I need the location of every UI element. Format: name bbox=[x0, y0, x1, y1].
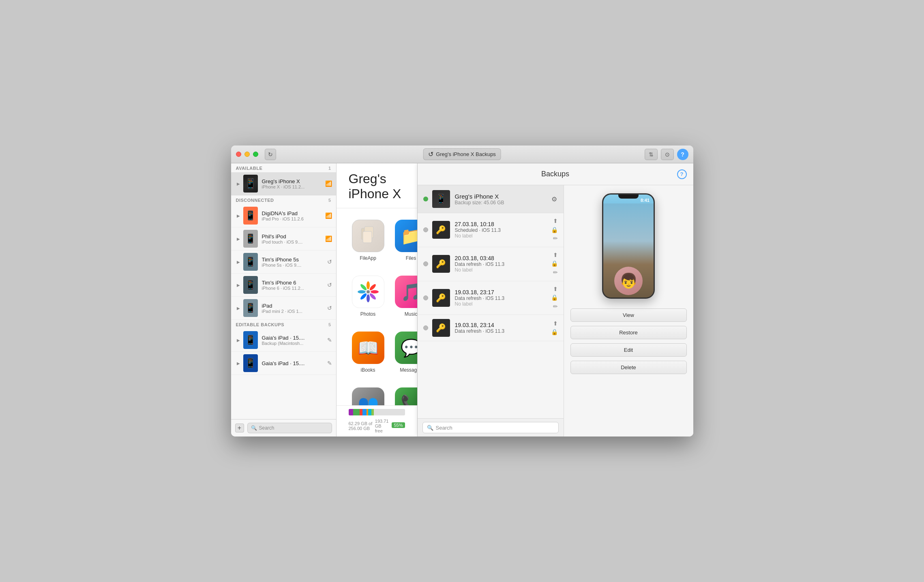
backup-entry-time-1: 27.03.18, 10:18 bbox=[455, 221, 548, 227]
history-icon: ↺ bbox=[327, 305, 332, 311]
refresh-button[interactable]: ↻ bbox=[265, 149, 276, 160]
device-name: DigiDNA's iPad bbox=[262, 210, 323, 216]
titlebar-center: ↺ Greg's iPhone X Backups bbox=[423, 148, 501, 160]
storage-used-label: 62.29 GB of 256.00 GB bbox=[349, 421, 375, 431]
device-backups-button[interactable]: ↺ Greg's iPhone X Backups bbox=[423, 148, 501, 160]
sidebar-item-phils-ipod[interactable]: ▶ 📱 Phil's iPod iPod touch · iOS 9.... 📶 bbox=[231, 227, 336, 250]
app-photos[interactable]: Photos bbox=[349, 272, 388, 320]
main-window: ↻ ↺ Greg's iPhone X Backups ⇅ ⊙ ? bbox=[231, 146, 693, 436]
backup-entry-label-3: No label bbox=[455, 301, 548, 307]
app-files[interactable]: 📁 Files bbox=[392, 216, 417, 264]
settings-icon[interactable]: ⚙ bbox=[551, 195, 558, 204]
edit-button[interactable]: Edit bbox=[570, 343, 687, 357]
backups-right-panel: 8:41 👦 View Restore Edit Delete bbox=[564, 185, 693, 436]
storage-bar-container: 62.29 GB of 256.00 GB 193.71 GB free 55% bbox=[337, 405, 417, 436]
delete-button[interactable]: Delete bbox=[570, 361, 687, 374]
device-info: Tim's iPhone 5s iPhone 5s · iOS 9.... bbox=[262, 257, 325, 267]
transfer-button[interactable]: ⇅ bbox=[645, 149, 658, 160]
device-sub: iPad Pro · iOS 11.2.6 bbox=[262, 216, 323, 221]
share-icon[interactable]: ⬆ bbox=[553, 285, 558, 293]
svg-point-11 bbox=[359, 283, 367, 291]
device-thumbnail-gregs-iphone bbox=[243, 175, 258, 193]
help-icon: ? bbox=[680, 171, 684, 177]
titlebar-actions: ⇅ ⊙ ? bbox=[645, 149, 688, 160]
backups-search-input[interactable]: 🔍 Search bbox=[422, 422, 559, 433]
device-sub: Backup (Macintosh... bbox=[262, 341, 325, 346]
add-device-button[interactable]: + bbox=[235, 424, 244, 432]
minimize-button[interactable] bbox=[244, 152, 250, 157]
app-phone[interactable]: 📞 Phone bbox=[392, 384, 417, 405]
help-button[interactable]: ? bbox=[677, 149, 688, 160]
sidebar-search[interactable]: 🔍 Search bbox=[247, 423, 332, 433]
close-button[interactable] bbox=[236, 152, 241, 157]
sidebar-item-ipad[interactable]: ▶ 📱 iPad iPad mini 2 · iOS 1... ↺ bbox=[231, 297, 336, 320]
edit-icon: ✎ bbox=[327, 360, 332, 366]
backup-entry-thumb-4 bbox=[432, 319, 450, 337]
sidebar-item-gregs-iphone[interactable]: ▶ Greg's iPhone X iPhone X · iOS 11.2...… bbox=[231, 172, 336, 195]
app-fileapp[interactable]: FileApp bbox=[349, 216, 388, 264]
lock-icon[interactable]: 🔒 bbox=[551, 260, 558, 268]
backup-entry-icons-3: ⬆ 🔒 ✏ bbox=[551, 285, 558, 311]
phone-screen: 8:41 👦 bbox=[603, 195, 654, 297]
backup-entry-info-1: 27.03.18, 10:18 Scheduled · iOS 11.3 No … bbox=[455, 221, 548, 239]
phone-notch bbox=[618, 195, 639, 199]
device-sub: iPad mini 2 · iOS 1... bbox=[262, 309, 325, 314]
app-label-photos: Photos bbox=[360, 311, 375, 317]
restore-button[interactable]: Restore bbox=[570, 326, 687, 339]
backups-panel: Backups ? 📱 Greg's bbox=[418, 163, 693, 436]
sidebar-item-gaias-ipad-1[interactable]: ▶ 📱 Gaia's iPad · 15.... Backup (Macinto… bbox=[231, 329, 336, 352]
device-name: Greg's iPhone X bbox=[262, 178, 323, 184]
edit-icon[interactable]: ✏ bbox=[553, 235, 558, 243]
device-thumbnail: 📱 bbox=[243, 253, 258, 271]
backup-entry-4[interactable]: 19.03.18, 23:14 Data refresh · iOS 11.3 … bbox=[418, 315, 564, 341]
backup-current-actions: ⚙ bbox=[551, 195, 558, 204]
sidebar-scroll: AVAILABLE 1 ▶ Greg's iPhone X iPhone X ·… bbox=[231, 163, 336, 419]
wifi-button[interactable]: ⊙ bbox=[661, 149, 674, 160]
sidebar-item-gaias-ipad-2[interactable]: ▶ 📱 Gaia's iPad · 15.... ✎ bbox=[231, 352, 336, 375]
device-name: iPad bbox=[262, 303, 325, 309]
backup-current-name: Greg's iPhone X bbox=[455, 193, 551, 200]
sidebar-item-tims-iphone6[interactable]: ▶ 📱 Tim's iPhone 6 iPhone 6 · iOS 11.2..… bbox=[231, 274, 336, 297]
backup-entry-3[interactable]: 19.03.18, 23:17 Data refresh · iOS 11.3 … bbox=[418, 281, 564, 315]
wifi-status-icon: 📶 bbox=[325, 180, 332, 187]
app-label-music: Music bbox=[405, 311, 417, 317]
app-ibooks[interactable]: 📖 iBooks bbox=[349, 328, 388, 376]
sidebar-item-tims-iphone5s[interactable]: ▶ 📱 Tim's iPhone 5s iPhone 5s · iOS 9...… bbox=[231, 250, 336, 274]
storage-free-label: 193.71 GB free bbox=[375, 419, 389, 433]
share-icon[interactable]: ⬆ bbox=[553, 251, 558, 259]
app-label-files: Files bbox=[406, 255, 416, 261]
share-icon[interactable]: ⬆ bbox=[553, 217, 558, 225]
backup-entry-2[interactable]: 20.03.18, 03:48 Data refresh · iOS 11.3 … bbox=[418, 247, 564, 281]
center-panel: Greg's iPhone X FileApp 📁 bbox=[337, 163, 418, 436]
device-thumbnail: 📱 bbox=[243, 354, 258, 372]
disconnected-section-header: DISCONNECTED 5 bbox=[231, 195, 336, 204]
share-icon[interactable]: ⬆ bbox=[553, 320, 558, 328]
maximize-button[interactable] bbox=[253, 152, 258, 157]
lock-icon[interactable]: 🔒 bbox=[551, 328, 558, 336]
view-button[interactable]: View bbox=[570, 308, 687, 322]
expand-icon: ▶ bbox=[235, 305, 242, 311]
backup-current-item[interactable]: 📱 Greg's iPhone X Backup size: 45.06 GB … bbox=[418, 185, 564, 213]
backup-current-info: Greg's iPhone X Backup size: 45.06 GB bbox=[455, 193, 551, 205]
svg-point-10 bbox=[358, 290, 366, 293]
wifi-status-icon: 📶 bbox=[325, 235, 332, 242]
backup-entry-1[interactable]: 27.03.18, 10:18 Scheduled · iOS 11.3 No … bbox=[418, 213, 564, 247]
app-contacts[interactable]: 👥 Contacts bbox=[349, 384, 388, 405]
backup-entry-time-2: 20.03.18, 03:48 bbox=[455, 255, 548, 261]
backups-help-button[interactable]: ? bbox=[677, 169, 687, 179]
app-music[interactable]: 🎵 Music bbox=[392, 272, 417, 320]
app-messages[interactable]: 💬 Messages bbox=[392, 328, 417, 376]
lock-icon[interactable]: 🔒 bbox=[551, 226, 558, 234]
lock-icon[interactable]: 🔒 bbox=[551, 294, 558, 302]
app-icon-contacts: 👥 bbox=[352, 387, 384, 405]
edit-icon[interactable]: ✏ bbox=[553, 269, 558, 277]
svg-point-4 bbox=[367, 281, 370, 289]
svg-point-7 bbox=[369, 292, 377, 300]
edit-icon[interactable]: ✏ bbox=[553, 303, 558, 311]
svg-point-5 bbox=[369, 283, 377, 291]
sidebar-item-digidna-ipad[interactable]: ▶ 📱 DigiDNA's iPad iPad Pro · iOS 11.2.6… bbox=[231, 204, 336, 227]
editable-count: 5 bbox=[328, 322, 331, 327]
device-name: Gaia's iPad · 15.... bbox=[262, 360, 325, 366]
phone-mockup: 8:41 👦 bbox=[602, 193, 655, 299]
app-icon-messages: 💬 bbox=[395, 332, 417, 364]
